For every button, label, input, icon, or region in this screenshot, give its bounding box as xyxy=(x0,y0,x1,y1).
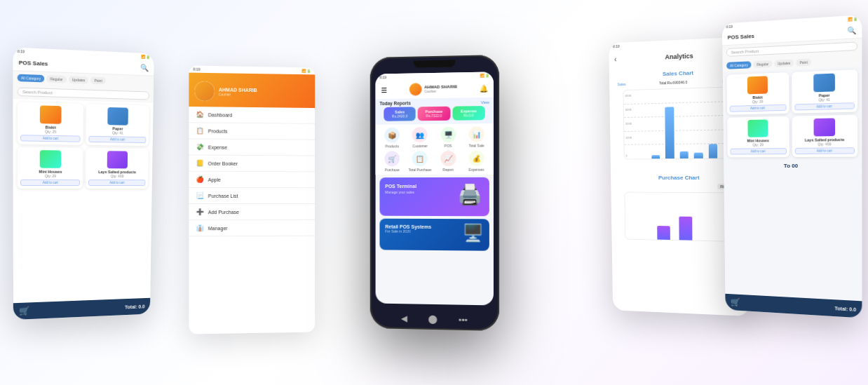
pos-machine-icon: 🖥️ xyxy=(463,223,484,243)
search-input-left[interactable]: Search Product xyxy=(18,87,149,100)
menu-item-pos[interactable]: 🖥️ POS xyxy=(435,126,461,147)
cart-bottom-bar-right: 🛒 Total: 0.0 xyxy=(725,294,862,318)
sidebar-item-apple[interactable]: 🍎 Apple xyxy=(189,172,315,188)
product-image xyxy=(107,151,128,168)
list-item: Mini Houses Qty: 29 Add to cart xyxy=(727,116,789,158)
app-scene: 8:19 📶 🔋 POS Sales 🔍 All Category Regula… xyxy=(0,0,868,385)
menu-item-purchase[interactable]: 🛒 Purchase xyxy=(379,151,405,172)
product-image xyxy=(107,107,128,126)
purchase-list-icon: 📃 xyxy=(196,192,204,199)
menu-label: Expenses xyxy=(468,167,484,171)
product-qty: Qty: 25 xyxy=(20,129,81,135)
menu-item-products[interactable]: 📦 Products xyxy=(379,127,405,148)
sidebar-item-purchase-list[interactable]: 📃 Purchase List xyxy=(189,188,315,204)
sidebar-item-add-purchase[interactable]: ➕ Add Purchase xyxy=(189,204,315,220)
product-qty: Qty: 469 xyxy=(795,142,855,147)
avatar xyxy=(409,83,421,95)
add-purchase-icon: ➕ xyxy=(196,208,204,215)
sidebar-item-label: Apple xyxy=(208,177,221,182)
menu-item-total-sale[interactable]: 📊 Total Sale xyxy=(463,126,489,148)
product-qty: Qty: 29 xyxy=(730,99,787,104)
sidebar-item-products[interactable]: 📋 Products xyxy=(189,123,315,140)
list-item: Biskit Qty: 25 Add to cart xyxy=(18,102,83,144)
sidebar-item-order-booker[interactable]: 📒 Order Booker xyxy=(189,156,315,173)
expense-card: Expense Rs.0.0 xyxy=(452,106,485,121)
notification-icon[interactable]: 🔔 xyxy=(480,84,488,92)
sidebar-item-label: Manager xyxy=(208,226,228,231)
cart-total-right: Total: 0.0 xyxy=(834,306,856,312)
phone-screen: 8:19 📶 🔋 ☰ AHMAD SHARIB Cashier 🔔 Tod xyxy=(376,72,494,305)
tab-all-category-left[interactable]: All Category xyxy=(18,74,45,83)
add-to-cart-button[interactable]: Add to cart xyxy=(88,136,146,143)
sidebar-item-label: Expense xyxy=(208,144,227,149)
menu-label: POS xyxy=(445,143,452,147)
product-grid-right: Biskit Qty: 29 Add to cart Paper Qty: 41… xyxy=(723,67,862,161)
products-icon: 📋 xyxy=(196,127,204,134)
back-button[interactable]: ◀ xyxy=(401,313,407,323)
search-icon-left[interactable]: 🔍 xyxy=(140,64,149,72)
terminal-image-icon: 🖨️ xyxy=(457,182,482,205)
expense-label: Expense xyxy=(454,109,483,114)
sales-card: Sales Rs.2420.0 xyxy=(384,107,416,121)
menu-item-total-purchase[interactable]: 📋 Total Purchase xyxy=(407,151,433,172)
sidebar-item-dashboard[interactable]: 🏠 Dashboard xyxy=(189,107,315,124)
bar-3 xyxy=(679,151,689,158)
cart-icon: 🛒 xyxy=(19,306,29,316)
search-icon-right[interactable]: 🔍 xyxy=(847,26,856,34)
cart-bottom-bar-left: 🛒 Total: 0.0 xyxy=(13,298,150,320)
today-reports-label: Today Reports xyxy=(379,100,410,106)
add-to-cart-button[interactable]: Add to cart xyxy=(730,104,787,112)
sidebar-item-expense[interactable]: 💸 Expense xyxy=(189,139,315,156)
add-to-cart-button[interactable]: Add to cart xyxy=(730,148,787,154)
list-item: Mini Houses Qty: 29 Add to cart xyxy=(18,147,83,189)
purchase-icon: 🛒 xyxy=(388,154,396,162)
right-front-screen: 8:19 📶 🔋 POS Sales 🔍 Search Product All … xyxy=(722,15,862,318)
product-qty: Qty: 29 xyxy=(730,142,787,147)
add-to-cart-button[interactable]: Add to cart xyxy=(20,180,80,186)
main-menu-grid: 📦 Products 👥 Customer 🖥️ POS 📊 Total Sal… xyxy=(376,123,494,175)
menu-item-expenses[interactable]: 💰 Expenses xyxy=(463,150,489,171)
product-qty: Qty: 469 xyxy=(88,174,146,178)
tab-updates-left[interactable]: Updates xyxy=(69,76,89,83)
expense-icon: 💸 xyxy=(196,143,204,150)
username: AHMAD SHARIB xyxy=(424,84,457,89)
tab-updates-right[interactable]: Updates xyxy=(774,59,794,67)
report-icon: 📈 xyxy=(444,154,452,162)
list-item: Paper Qty: 41 Add to cart xyxy=(86,104,149,146)
sidebar-item-label: Order Booker xyxy=(208,161,238,166)
sidebar-item-manager[interactable]: 👔 Manager xyxy=(189,220,315,237)
bar-2 xyxy=(665,107,674,158)
sidebar-item-label: Purchase List xyxy=(208,193,238,198)
tab-regular-right[interactable]: Regular xyxy=(753,60,772,68)
add-to-cart-button[interactable]: Add to cart xyxy=(88,180,145,186)
pos-sales-title-right: POS Sales xyxy=(728,33,754,41)
menu-item-customer[interactable]: 👥 Customer xyxy=(407,127,433,148)
pos-terminal-banner[interactable]: POS Terminal Manage your sales 🖨️ xyxy=(379,177,489,215)
add-to-cart-button[interactable]: Add to cart xyxy=(20,135,81,142)
total-purchase-icon: 📋 xyxy=(416,154,424,162)
tab-all-category-right[interactable]: All Category xyxy=(726,61,752,69)
add-to-cart-button[interactable]: Add to cart xyxy=(794,102,855,110)
list-item: Lays Salted products Qty: 469 Add to car… xyxy=(86,148,149,189)
sidebar-item-label: Dashboard xyxy=(208,112,232,117)
menu-item-report[interactable]: 📈 Report xyxy=(435,150,461,171)
drawer-header: AHMAD SHARIB Cashier xyxy=(189,73,315,108)
center-phone: 8:19 📶 🔋 ☰ AHMAD SHARIB Cashier 🔔 Tod xyxy=(370,55,499,331)
sidebar-item-label: Add Purchase xyxy=(208,210,239,215)
product-image xyxy=(40,150,62,168)
phone-notch xyxy=(413,60,455,67)
customer-icon: 👥 xyxy=(416,130,424,138)
menu-icon[interactable]: ☰ xyxy=(381,86,387,93)
today-reports-section: Today Reports View Sales Rs.2420.0 Purch… xyxy=(376,97,494,124)
tab-point-right[interactable]: Point xyxy=(796,58,811,66)
recents-button[interactable]: ▪▪▪ xyxy=(459,314,468,324)
add-to-cart-button[interactable]: Add to cart xyxy=(795,147,855,154)
view-button[interactable]: View xyxy=(481,100,489,104)
tab-regular-left[interactable]: Regular xyxy=(46,75,66,83)
tab-point-left[interactable]: Point xyxy=(90,76,105,84)
detected-text-area: To 00 xyxy=(724,160,862,173)
home-button[interactable]: ⬤ xyxy=(428,313,438,323)
menu-label: Customer xyxy=(412,144,428,148)
retail-pos-banner[interactable]: Retail POS Systems For Sale in 2020 🖥️ xyxy=(379,218,489,250)
product-qty: Qty: 29 xyxy=(20,174,80,178)
